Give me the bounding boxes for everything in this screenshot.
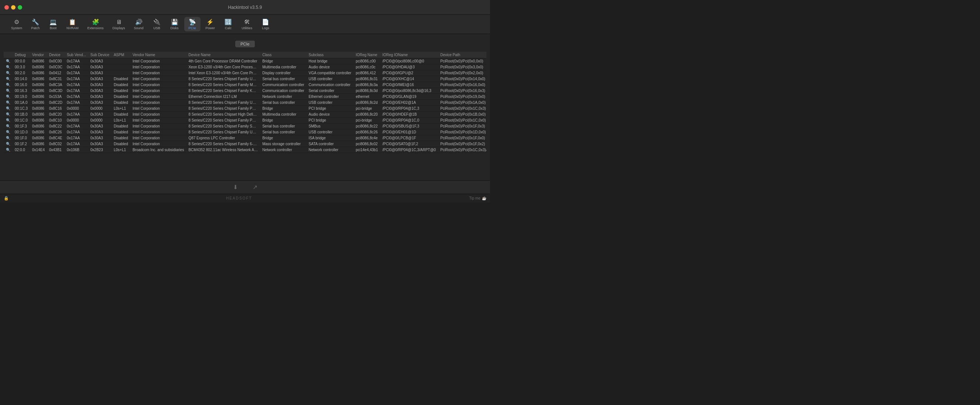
download-button[interactable]: ⬇ [233,183,238,191]
cell-13: PciRoot(0x0)/Pci(0x16,0x3) [438,88,486,94]
cell-1: 00:16.0 [13,82,30,88]
col-ioregio[interactable]: IOReg IOName [380,52,438,58]
table-row[interactable]: 🔍00:1F.00x80860x8C4E0x17AA0x30A3Disabled… [4,135,486,141]
table-row[interactable]: 🔍00:1A.00x80860x8C2D0x17AA0x30A3Disabled… [4,100,486,106]
table-container[interactable]: Debug Vendor Device Sub Vend... Sub Devi… [4,52,486,177]
cell-3: 0x8C22 [47,123,65,129]
table-row[interactable]: 🔍00:1F.20x80860x8C020x17AA0x30A3Disabled… [4,141,486,147]
cell-7: Intel Corporation [130,100,186,106]
table-row[interactable]: 🔍00:1B.00x80860x8C200x17AA0x30A3Disabled… [4,112,486,118]
footer-actions: ⬇ ↗ [0,180,490,194]
pcie-tab-button[interactable]: PCIe [235,41,255,47]
table-row[interactable]: 🔍00:1C.30x80860x8C160x00000x0000L0s+L1In… [4,106,486,112]
table-row[interactable]: 🔍00:3.00x80860x0C0C0x17AA0x30A3Intel Cor… [4,64,486,70]
cell-8: 8 Series/C220 Series Chipset Family MEI … [186,82,260,88]
maximize-button[interactable] [18,5,22,10]
col-aspm[interactable]: ASPM [111,52,130,58]
cell-0: 🔍 [4,147,13,153]
table-row[interactable]: 🔍00:19.00x80860x153A0x17AA0x30A3Disabled… [4,94,486,100]
table-row[interactable]: 🔍00:16.00x80860x8C3A0x17AA0x30A3Disabled… [4,82,486,88]
cell-13: PciRoot(0x0)/Pci(0x1D,0x0) [438,129,486,135]
cell-12: /PCI0@0/IGPU@2 [380,70,438,76]
table-row[interactable]: 🔍00:14.00x80860x8C310x17AA0x30A3Disabled… [4,76,486,82]
cell-1: 00:16.3 [13,88,30,94]
table-row[interactable]: 🔍00:16.30x80860x8C3D0x17AA0x30A3Disabled… [4,88,486,94]
toolbar-item-disks[interactable]: 💾 Disks [167,17,183,32]
cell-11: pci8086,8c20 [353,112,380,118]
toolbar-item-utilities[interactable]: 🛠 Utilities [238,18,256,32]
cell-5: 0x30A3 [88,123,111,129]
cell-12: /PCI0@0/IMEI@16 [380,82,438,88]
cell-3: 0x8C3A [47,82,65,88]
cell-1: 00:0.0 [13,58,30,64]
toolbar: ⚙ System 🔧 Patch 💻 Boot 📋 NVRAM 🧩 Extens… [0,15,490,34]
table-row[interactable]: 🔍00:1D.00x80860x8C260x17AA0x30A3Disabled… [4,129,486,135]
toolbar-label-boot: Boot [50,26,57,30]
cell-5: 0x30A3 [88,112,111,118]
toolbar-label-calc: Calc [225,26,232,30]
cell-9: Communication controller [260,82,306,88]
table-row[interactable]: 🔍00:1C.00x80860x8C100x00000x0000L0s+L1In… [4,118,486,123]
col-subvend[interactable]: Sub Vend... [65,52,88,58]
cell-3: 0x8C4E [47,135,65,141]
toolbar-label-nvram: NVRAM [67,26,79,30]
cell-6: Disabled [111,135,130,141]
toolbar-label-extensions: Extensions [88,26,104,30]
toolbar-item-extensions[interactable]: 🧩 Extensions [84,17,107,32]
table-row[interactable]: 🔍02:0.00x14E40x43B10x106B0x2B23L0s+L1Bro… [4,147,486,153]
table-row[interactable]: 🔍00:2.00x80860x04120x17AA0x30A3Intel Cor… [4,70,486,76]
cell-4: 0x17AA [65,64,88,70]
minimize-button[interactable] [11,5,16,10]
toolbar-item-logs[interactable]: 📄 Logs [258,17,274,32]
col-devname[interactable]: Device Name [186,52,260,58]
cell-12: /PCI0@0/SAT0@1F,2 [380,141,438,147]
cell-2: 0x8086 [30,129,47,135]
toolbar-item-nvram[interactable]: 📋 NVRAM [63,17,82,32]
cell-12: /PCI0@0/EH01@1D [380,129,438,135]
close-button[interactable] [5,5,9,10]
table-row[interactable]: 🔍00:0.00x80860x0C000x17AA0x30A3Intel Cor… [4,58,486,64]
cell-6 [111,70,130,76]
col-device[interactable]: Device [47,52,65,58]
col-subdev[interactable]: Sub Device [88,52,111,58]
toolbar-item-pcie[interactable]: 📡 PCIe [184,17,200,32]
col-vendor[interactable]: Vendor [30,52,47,58]
coffee-icon: ☕ [482,196,486,200]
cell-2: 0x8086 [30,141,47,147]
col-devpath[interactable]: Device Path [438,52,486,58]
cell-3: 0x0C00 [47,58,65,64]
col-ioreg[interactable]: IOReg Name [353,52,380,58]
cell-1: 00:3.0 [13,64,30,70]
cell-0: 🔍 [4,123,13,129]
cell-6: Disabled [111,112,130,118]
cell-8: Q87 Express LPC Controller [186,135,260,141]
cell-10: Ethernet controller [307,94,354,100]
col-vendname[interactable]: Vendor Name [130,52,186,58]
col-class[interactable]: Class [260,52,306,58]
cell-5: 0x30A3 [88,58,111,64]
col-subclass[interactable]: Subclass [307,52,354,58]
toolbar-item-patch[interactable]: 🔧 Patch [27,17,44,32]
cell-13: PciRoot(0x0)/Pci(0x1C,0x3)/Pci(0x0,0x0) [438,147,486,153]
cell-9: Multimedia controller [260,64,306,70]
col-debug[interactable]: Debug [13,52,30,58]
toolbar-item-sound[interactable]: 🔊 Sound [130,17,147,32]
cell-0: 🔍 [4,135,13,141]
toolbar-label-disks: Disks [170,26,179,30]
cell-8: 8 Series/C220 Series Chipset Family KT C… [186,88,260,94]
toolbar-item-calc[interactable]: 🔢 Calc [220,17,236,32]
cell-10: USB controller [307,100,354,106]
table-row[interactable]: 🔍00:1F.30x80860x8C220x17AA0x30A3Disabled… [4,123,486,129]
cell-0: 🔍 [4,129,13,135]
toolbar-item-power[interactable]: ⚡ Power [202,17,219,32]
main-content: PCIe Debug Vendor Device Sub Vend... Sub… [0,34,490,180]
toolbar-item-system[interactable]: ⚙ System [7,17,26,32]
cell-2: 0x8086 [30,94,47,100]
toolbar-item-usb[interactable]: 🔌 USB [149,17,165,32]
toolbar-item-boot[interactable]: 💻 Boot [45,17,61,32]
toolbar-item-displays[interactable]: 🖥 Displays [109,18,129,32]
cell-0: 🔍 [4,64,13,70]
cell-2: 0x8086 [30,112,47,118]
cell-4: 0x17AA [65,100,88,106]
export-button[interactable]: ↗ [253,183,258,191]
